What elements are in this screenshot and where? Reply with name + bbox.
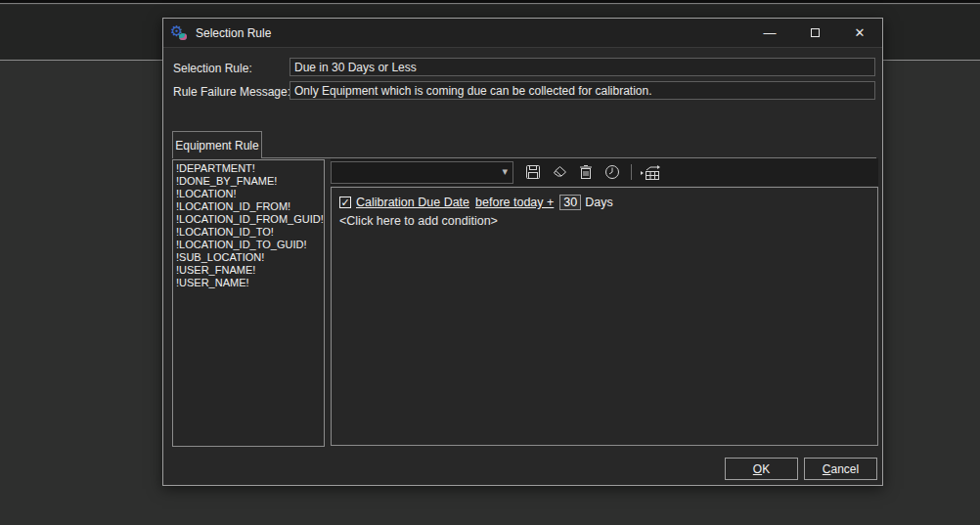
condition-panel[interactable]: ✓ Calibration Due Date before today + 30… (331, 187, 878, 446)
selection-rule-input[interactable] (290, 58, 875, 76)
condition-unit-label: Days (585, 196, 612, 209)
window-controls: — ✕ (747, 19, 882, 47)
clock-icon (604, 164, 620, 180)
trash-icon (579, 164, 593, 180)
condition-operator-link[interactable]: before today + (475, 196, 554, 209)
rule-toolbar: ▾ (331, 158, 878, 186)
dropdown-arrow-icon: ▾ (502, 165, 508, 178)
selection-rule-label: Selection Rule: (173, 62, 252, 75)
ok-button[interactable]: OK (725, 458, 798, 480)
minimize-button[interactable]: — (747, 19, 792, 47)
check-icon: ✓ (340, 197, 349, 207)
desktop-top-strip (0, 0, 980, 4)
list-item[interactable]: !SUB_LOCATION! (176, 251, 324, 264)
condition-value-input[interactable]: 30 (559, 195, 581, 210)
history-button[interactable] (601, 160, 624, 184)
rule-failure-message-input[interactable] (290, 81, 875, 100)
list-item[interactable]: !LOCATION_ID_FROM! (176, 200, 324, 213)
list-item[interactable]: !DEPARTMENT! (176, 162, 324, 175)
eraser-icon (552, 164, 568, 180)
maximize-icon (811, 28, 820, 37)
list-item[interactable]: !LOCATION_ID_TO_GUID! (176, 239, 324, 251)
list-item[interactable]: !USER_NAME! (176, 277, 324, 289)
saved-rule-combobox[interactable]: ▾ (331, 161, 513, 184)
close-button[interactable]: ✕ (837, 19, 882, 47)
apply-to-table-button[interactable] (639, 160, 662, 184)
maximize-button[interactable] (792, 19, 837, 47)
save-button[interactable] (521, 160, 545, 184)
minimize-icon: — (764, 25, 777, 40)
list-item[interactable]: !LOCATION_ID_TO! (176, 226, 324, 239)
tab-page-border (172, 157, 876, 158)
add-condition-link[interactable]: <Click here to add condition> (339, 214, 869, 228)
tab-equipment-rule[interactable]: Equipment Rule (172, 131, 262, 158)
clear-button[interactable] (548, 160, 571, 184)
list-item[interactable]: !USER_FNAME! (176, 264, 324, 277)
close-icon: ✕ (855, 25, 866, 40)
condition-field-link[interactable]: Calibration Due Date (356, 196, 469, 209)
dialog-title: Selection Rule (196, 26, 271, 40)
list-item[interactable]: !DONE_BY_FNAME! (176, 175, 324, 188)
toolbar-separator (631, 164, 632, 180)
list-item[interactable]: !LOCATION! (176, 188, 324, 200)
condition-row: ✓ Calibration Due Date before today + 30… (339, 195, 869, 210)
selection-rule-dialog: ⚙ Selection Rule — ✕ Selection Rule: Rul… (162, 18, 883, 486)
save-icon (525, 164, 541, 180)
gear-icon: ⚙ (171, 24, 189, 42)
dialog-titlebar[interactable]: ⚙ Selection Rule — ✕ (163, 19, 882, 48)
rule-failure-message-label: Rule Failure Message: (173, 85, 290, 99)
condition-checkbox[interactable]: ✓ (339, 197, 351, 208)
fields-listbox[interactable]: !DEPARTMENT! !DONE_BY_FNAME! !LOCATION! … (172, 159, 325, 447)
delete-button[interactable] (574, 160, 598, 184)
cancel-button[interactable]: Cancel (804, 458, 877, 480)
table-arrow-icon (640, 164, 661, 181)
list-item[interactable]: !LOCATION_ID_FROM_GUID! (176, 213, 324, 226)
